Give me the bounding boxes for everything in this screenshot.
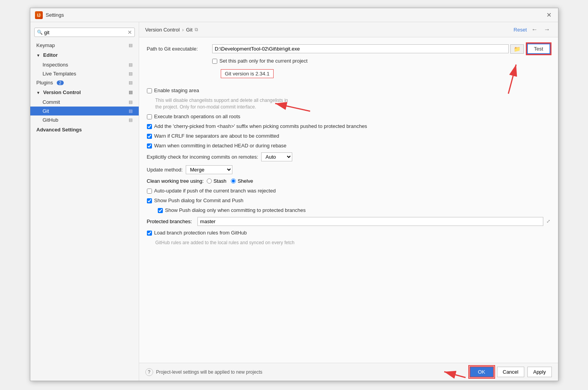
current-project-row: Set this path only for the current proje… [212, 58, 550, 64]
search-icon: 🔍 [37, 30, 43, 35]
enable-staging-checkbox[interactable] [147, 88, 152, 93]
git-path-input[interactable] [212, 44, 509, 53]
sidebar-item-github[interactable]: GitHub ▤ [30, 115, 139, 124]
cherry-pick-checkbox[interactable] [147, 124, 152, 129]
load-branch-protection-row: Load branch protection rules from GitHub [147, 230, 550, 236]
search-input[interactable] [44, 30, 126, 35]
clean-working-row: Clean working tree using: Stash Shelve [147, 178, 550, 184]
protected-branches-input[interactable] [197, 217, 543, 226]
clean-radio-group: Stash Shelve [207, 178, 253, 184]
sidebar-item-commit[interactable]: Commit ▤ [30, 98, 139, 107]
warn-detached-checkbox[interactable] [147, 143, 152, 149]
current-project-label: Set this path only for the current proje… [220, 58, 308, 64]
breadcrumb-part2: Git [186, 27, 193, 33]
enable-staging-row: Enable staging area [147, 87, 550, 93]
sidebar-icon-github: ▤ [129, 117, 133, 122]
cherry-pick-label: Add the 'cherry-picked from <hash>' suff… [154, 123, 367, 129]
clean-working-label: Clean working tree using: [147, 178, 204, 184]
execute-branch-row: Execute branch operations on all roots [147, 114, 550, 119]
github-rules-hint: GitHub rules are added to the local rule… [155, 240, 550, 246]
sidebar-icon-commit: ▤ [129, 100, 133, 105]
nav-forward-button[interactable]: → [543, 25, 552, 34]
app-icon: IJ [35, 11, 43, 19]
sidebar-icon-vc: ▤ [129, 90, 133, 95]
breadcrumb-separator: › [182, 27, 183, 33]
auto-update-checkbox[interactable] [147, 189, 152, 194]
show-push-dialog-sub-row: Show Push dialog only when committing to… [158, 207, 550, 213]
right-panel: Version Control › Git ⧉ Reset ← → Path t… [139, 22, 558, 381]
plugins-badge: 2 [57, 80, 64, 85]
load-branch-protection-checkbox[interactable] [147, 231, 152, 236]
sidebar-item-live-templates[interactable]: Live Templates ▤ [30, 69, 139, 78]
warn-crlf-label: Warn if CRLF line separators are about t… [154, 133, 279, 139]
sidebar-icon-keymap: ▤ [129, 43, 133, 48]
nav-back-button[interactable]: ← [530, 25, 539, 34]
load-branch-protection-label: Load branch protection rules from GitHub [154, 230, 247, 236]
warn-crlf-checkbox[interactable] [147, 134, 152, 139]
breadcrumb: Version Control › Git ⧉ [145, 27, 199, 33]
breadcrumb-settings-icon: ⧉ [195, 27, 198, 32]
git-version-box: Git version is 2.34.1 [221, 69, 274, 78]
sidebar-item-plugins[interactable]: Plugins 2 ▤ [30, 78, 139, 87]
search-clear-button[interactable]: ✕ [127, 29, 132, 35]
sidebar-icon-inspections: ▤ [129, 62, 133, 67]
enable-staging-label: Enable staging area [154, 87, 199, 93]
show-push-dialog-row: Show Push dialog for Commit and Push [147, 198, 550, 203]
sidebar-item-keymap[interactable]: Keymap ▤ [30, 41, 139, 50]
close-button[interactable]: ✕ [545, 11, 553, 19]
warn-crlf-row: Warn if CRLF line separators are about t… [147, 133, 550, 139]
update-method-select[interactable]: Merge Rebase Branch Default [186, 165, 232, 174]
protected-branches-label: Protected branches: [147, 219, 192, 224]
test-button[interactable]: Test [527, 44, 550, 54]
execute-branch-label: Execute branch operations on all roots [154, 114, 241, 119]
cancel-button[interactable]: Cancel [497, 367, 524, 377]
sidebar-item-editor[interactable]: ▼ Editor [30, 50, 139, 60]
warn-detached-label: Warn when committing in detached HEAD or… [154, 143, 287, 149]
breadcrumb-part1: Version Control [145, 27, 180, 33]
expand-arrow-editor: ▼ [37, 53, 40, 58]
sidebar-icon-live-templates: ▤ [129, 71, 133, 76]
project-level-text: Project-level settings will be applied t… [156, 369, 262, 375]
execute-branch-checkbox[interactable] [147, 114, 152, 119]
sidebar-item-version-control[interactable]: ▼ Version Control ▤ [30, 87, 139, 98]
expand-protected-icon[interactable]: ⤢ [546, 219, 550, 224]
protected-branches-row: Protected branches: ⤢ [147, 217, 550, 226]
sidebar-icon-git: ▤ [129, 108, 133, 114]
expand-arrow-vc: ▼ [37, 91, 40, 95]
sidebar-item-inspections[interactable]: Inspections ▤ [30, 60, 139, 69]
help-button[interactable]: ? [145, 368, 153, 376]
cherry-pick-row: Add the 'cherry-picked from <hash>' suff… [147, 123, 550, 129]
incoming-commits-select[interactable]: Auto Always Never [261, 152, 292, 161]
clean-shelve-radio[interactable] [231, 178, 236, 184]
sidebar-icon-plugins: ▤ [129, 80, 133, 85]
folder-browse-button[interactable]: 📁 [510, 44, 524, 54]
sidebar-item-advanced-settings[interactable]: Advanced Settings [30, 124, 139, 135]
warn-detached-row: Warn when committing in detached HEAD or… [147, 143, 550, 149]
show-push-dialog-sub-label: Show Push dialog only when committing to… [165, 207, 306, 213]
sidebar-item-git[interactable]: Git ▤ [30, 107, 139, 115]
window-title: Settings [46, 12, 64, 18]
panel-body: Path to Git executable: 📁 Test Set this … [139, 37, 558, 363]
shelve-label: Shelve [237, 178, 253, 184]
incoming-commits-row: Explicitly check for incoming commits on… [147, 152, 550, 161]
auto-update-row: Auto-update if push of the current branc… [147, 188, 550, 194]
sidebar: 🔍 ✕ Keymap ▤ ▼ Editor Inspections ▤ [30, 22, 139, 381]
footer: ? Project-level settings will be applied… [139, 363, 558, 381]
apply-button[interactable]: Apply [527, 367, 552, 377]
svg-text:IJ: IJ [37, 13, 40, 17]
show-push-dialog-checkbox[interactable] [147, 198, 152, 203]
update-method-label: Update method: [147, 167, 183, 173]
clean-stash-radio[interactable] [207, 178, 212, 184]
auto-update-label: Auto-update if push of the current branc… [154, 188, 276, 194]
show-push-dialog-label: Show Push dialog for Commit and Push [154, 198, 244, 203]
show-push-dialog-sub-checkbox[interactable] [158, 208, 163, 213]
current-project-checkbox[interactable] [212, 59, 217, 64]
git-path-row: Path to Git executable: 📁 Test [147, 44, 550, 54]
path-label: Path to Git executable: [147, 46, 209, 52]
incoming-commits-label: Explicitly check for incoming commits on… [147, 154, 258, 160]
update-method-row: Update method: Merge Rebase Branch Defau… [147, 165, 550, 174]
ok-button[interactable]: OK [469, 366, 494, 378]
reset-link[interactable]: Reset [514, 27, 527, 33]
stash-label: Stash [213, 178, 226, 184]
enable-staging-hint: This will disable changelists support an… [155, 97, 550, 110]
